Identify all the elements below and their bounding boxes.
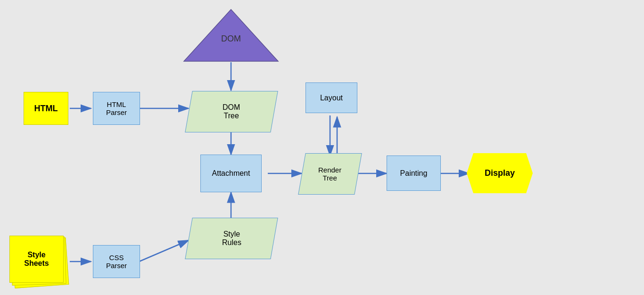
html-node: HTML <box>24 92 68 125</box>
style-rules-node: Style Rules <box>185 218 278 259</box>
dom-tree-node: DOM Tree <box>185 91 278 132</box>
attachment-node: Attachment <box>200 155 262 192</box>
painting-node: Painting <box>387 156 441 191</box>
dom-triangle <box>184 9 278 61</box>
dom-label: DOM <box>221 34 241 43</box>
svg-line-6 <box>139 240 189 262</box>
css-parser-node: CSS Parser <box>93 245 140 278</box>
style-sheets-node: StyleSheets <box>9 236 66 287</box>
diagram: DOM HTML <box>0 0 644 295</box>
html-parser-node: HTML Parser <box>93 92 140 125</box>
display-node: Display <box>467 153 533 193</box>
render-tree-node: Render Tree <box>298 153 362 195</box>
layout-node: Layout <box>305 82 357 113</box>
